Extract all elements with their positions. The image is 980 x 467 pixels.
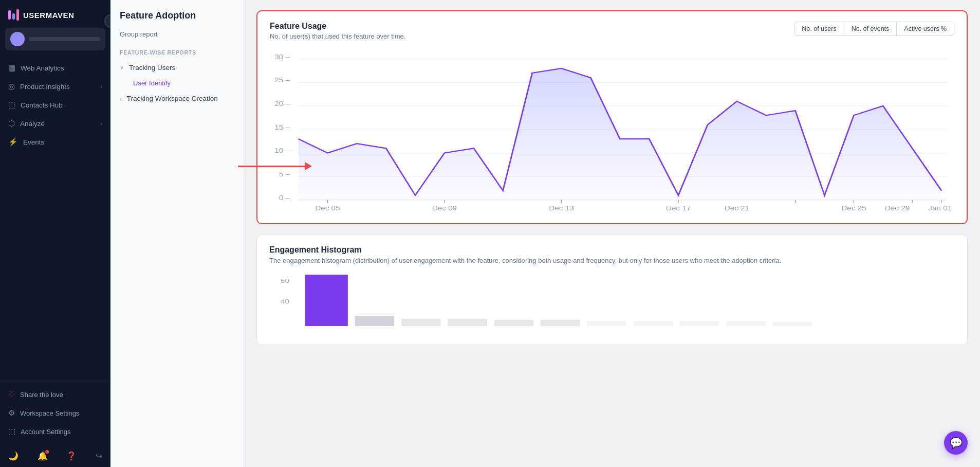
nav-label-events: Events <box>23 138 44 146</box>
feature-usage-card: Feature Usage No. of user(s) that used t… <box>256 10 968 224</box>
svg-text:20 –: 20 – <box>274 100 290 107</box>
workspace-name <box>29 37 100 41</box>
svg-text:Dec 13: Dec 13 <box>549 205 574 212</box>
svg-text:Dec 05: Dec 05 <box>315 205 340 212</box>
product-insights-icon: ◎ <box>8 82 15 91</box>
arrow-indicator <box>238 162 312 170</box>
histogram-bar-8 <box>634 321 673 326</box>
help-icon[interactable]: ❓ <box>66 451 77 461</box>
histogram-bar-9 <box>680 321 719 326</box>
workspace-avatar <box>10 32 25 46</box>
sidebar-item-account-settings[interactable]: ⬚ Account Settings <box>0 422 110 441</box>
sidebar-nav: ▦ Web Analytics ◎ Product Insights › ⬚ C… <box>0 57 110 381</box>
tracking-users-item[interactable]: ∨ Tracking Users <box>110 60 244 76</box>
svg-text:40: 40 <box>281 298 289 304</box>
svg-text:Dec 25: Dec 25 <box>841 205 866 212</box>
histogram-bar-3 <box>401 319 440 326</box>
chevron-down-icon: ∨ <box>120 64 124 71</box>
app-name: USERMAVEN <box>23 11 74 20</box>
chevron-right-icon-ws: › <box>120 96 122 102</box>
histogram-bar-10 <box>726 321 765 326</box>
chevron-right-icon: › <box>100 83 102 89</box>
group-report-link[interactable]: Group report <box>110 28 244 43</box>
sidebar-logo: USERMAVEN <box>0 0 110 28</box>
chart-subtitle: No. of user(s) that used this feature ov… <box>270 32 405 40</box>
chart-header: Feature Usage No. of user(s) that used t… <box>270 22 954 40</box>
nav-label-web-analytics: Web Analytics <box>21 64 64 72</box>
workspace-selector[interactable] <box>5 28 105 50</box>
nav-label-contacts-hub: Contacts Hub <box>21 101 63 109</box>
sidebar-footer: 🌙 🔔 ❓ ↪ <box>0 447 110 467</box>
svg-text:10 –: 10 – <box>274 147 290 154</box>
nav-label-analyze: Analyze <box>20 120 45 128</box>
tracking-users-label: Tracking Users <box>129 64 175 71</box>
histogram-svg: 50 40 <box>269 273 955 334</box>
sidebar-item-product-insights[interactable]: ◎ Product Insights › <box>0 77 110 96</box>
toggle-no-of-users[interactable]: No. of users <box>794 22 844 35</box>
chart-title-section: Feature Usage No. of user(s) that used t… <box>270 22 405 40</box>
account-icon: ⬚ <box>8 427 15 436</box>
main-content: Feature Usage No. of user(s) that used t… <box>244 0 980 467</box>
sidebar-bottom: ♡ Share the love ⚙ Workspace Settings ⬚ … <box>0 381 110 447</box>
sidebar: ‹ USERMAVEN ▦ Web Analytics ◎ Product In… <box>0 0 110 467</box>
nav-label-product-insights: Product Insights <box>20 83 70 91</box>
tracking-workspace-label: Tracking Workspace Creation <box>127 95 218 102</box>
sidebar-item-workspace-settings[interactable]: ⚙ Workspace Settings <box>0 404 110 422</box>
user-identify-label: User Identify <box>133 79 171 87</box>
histogram-bar-1 <box>305 275 347 326</box>
chat-icon: 💬 <box>950 437 963 449</box>
engagement-subtitle: The engagement histogram (distribution) … <box>269 257 955 264</box>
notification-icon[interactable]: 🔔 <box>38 451 48 461</box>
sidebar-item-web-analytics[interactable]: ▦ Web Analytics <box>0 59 110 77</box>
nav-label-account-settings: Account Settings <box>21 428 71 436</box>
area-fill <box>299 68 942 200</box>
notification-dot <box>45 450 49 454</box>
svg-text:Jan 01: Jan 01 <box>928 205 952 212</box>
svg-text:Dec 17: Dec 17 <box>666 205 691 212</box>
svg-text:0 –: 0 – <box>279 194 290 201</box>
sidebar-item-events[interactable]: ⚡ Events <box>0 133 110 151</box>
user-identify-subitem[interactable]: User Identify <box>110 76 244 91</box>
svg-text:25 –: 25 – <box>274 77 290 84</box>
nav-label-workspace-settings: Workspace Settings <box>20 409 79 417</box>
logout-icon[interactable]: ↪ <box>96 451 102 461</box>
histogram-chart: 50 40 <box>269 273 955 334</box>
secondary-sidebar-title: Feature Adoption <box>110 10 244 28</box>
logo-icon <box>8 9 19 21</box>
svg-text:15 –: 15 – <box>274 123 290 131</box>
histogram-bar-2 <box>355 316 394 326</box>
sidebar-item-share-love[interactable]: ♡ Share the love <box>0 385 110 404</box>
feature-usage-chart: 30 – 25 – 20 – 15 – 10 – 5 – 0 – <box>270 48 954 213</box>
svg-text:Dec 21: Dec 21 <box>725 205 750 212</box>
web-analytics-icon: ▦ <box>8 63 15 73</box>
dark-mode-icon[interactable]: 🌙 <box>8 451 19 461</box>
chevron-right-icon-analyze: › <box>100 120 102 127</box>
chat-fab-button[interactable]: 💬 <box>944 431 968 455</box>
contacts-hub-icon: ⬚ <box>8 100 15 110</box>
gear-icon: ⚙ <box>8 408 15 418</box>
tracking-workspace-item[interactable]: › Tracking Workspace Creation <box>110 91 244 106</box>
sidebar-item-contacts-hub[interactable]: ⬚ Contacts Hub <box>0 96 110 114</box>
histogram-bar-11 <box>773 322 812 326</box>
histogram-bar-6 <box>541 320 580 326</box>
arrow-body <box>238 166 305 167</box>
nav-label-share-love: Share the love <box>20 391 63 399</box>
analyze-icon: ⬡ <box>8 119 15 128</box>
secondary-sidebar: Feature Adoption Group report FEATURE-WI… <box>110 0 244 467</box>
arrow-head <box>305 162 312 170</box>
heart-icon: ♡ <box>8 390 15 399</box>
feature-wise-label: FEATURE-WISE REPORTS <box>110 43 244 60</box>
sidebar-item-analyze[interactable]: ⬡ Analyze › <box>0 114 110 133</box>
histogram-bar-5 <box>494 320 533 326</box>
events-icon: ⚡ <box>8 137 18 147</box>
histogram-bar-4 <box>448 319 487 326</box>
toggle-active-users-pct[interactable]: Active users % <box>897 22 954 35</box>
toggle-no-of-events[interactable]: No. of events <box>844 22 897 35</box>
engagement-histogram-card: Engagement Histogram The engagement hist… <box>256 235 968 345</box>
histogram-bar-7 <box>587 321 626 326</box>
svg-text:30 –: 30 – <box>274 53 290 60</box>
line-chart-svg: 30 – 25 – 20 – 15 – 10 – 5 – 0 – <box>270 48 954 213</box>
chart-title: Feature Usage <box>270 22 405 31</box>
chart-toggle-group: No. of users No. of events Active users … <box>794 22 954 36</box>
engagement-title: Engagement Histogram <box>269 245 955 255</box>
